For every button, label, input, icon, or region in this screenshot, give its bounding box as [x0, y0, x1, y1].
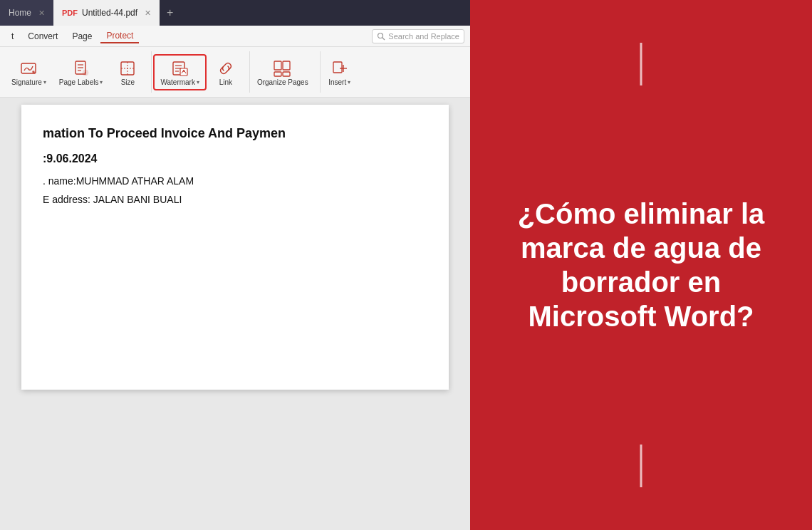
menu-item-t[interactable]: t — [6, 30, 19, 43]
pdf-editor-panel: Home ✕ PDF Untitled-44.pdf ✕ + t Convert… — [0, 0, 470, 530]
page-labels-button[interactable]: 1 Page Labels ▾ — [53, 56, 109, 89]
menu-item-convert[interactable]: Convert — [22, 30, 63, 43]
search-bar[interactable]: Search and Replace — [372, 29, 464, 43]
menu-item-page[interactable]: Page — [66, 30, 98, 43]
svg-rect-22 — [283, 72, 290, 76]
insert-dropdown-arrow: ▾ — [348, 79, 350, 85]
signature-icon — [19, 58, 38, 78]
tab-pdf-close[interactable]: ✕ — [145, 9, 151, 18]
page-labels-dropdown-arrow: ▾ — [100, 79, 103, 85]
signature-button[interactable]: Signature ▾ — [6, 56, 52, 89]
svg-rect-21 — [274, 72, 281, 76]
organize-pages-button[interactable]: Organize Pages — [251, 56, 314, 89]
organize-pages-icon — [273, 58, 293, 78]
tab-bar: Home ✕ PDF Untitled-44.pdf ✕ + — [0, 0, 470, 26]
pdf-date: :9.06.2024 — [43, 152, 427, 165]
watermark-icon — [170, 58, 190, 78]
toolbar-buttons: Signature ▾ 1 Page Labels ▾ — [0, 47, 470, 97]
svg-rect-20 — [283, 61, 290, 70]
svg-point-18 — [183, 71, 184, 72]
signature-dropdown-arrow: ▾ — [43, 79, 46, 85]
watermark-dropdown-arrow: ▾ — [197, 79, 199, 85]
organize-pages-label: Organize Pages — [257, 78, 308, 86]
signature-label: Signature ▾ — [11, 78, 46, 86]
size-label: Size — [121, 78, 135, 86]
size-button[interactable]: Size — [110, 56, 145, 89]
search-placeholder: Search and Replace — [388, 32, 459, 41]
insert-icon — [330, 58, 350, 78]
tab-pdf[interactable]: PDF Untitled-44.pdf ✕ — [53, 0, 160, 26]
tab-pdf-label: Untitled-44.pdf — [82, 8, 137, 18]
divider-top — [640, 43, 642, 85]
divider-bottom — [640, 445, 642, 487]
tab-home[interactable]: Home ✕ — [0, 0, 53, 26]
watermark-label: Watermark ▾ — [160, 78, 199, 86]
search-icon — [377, 32, 385, 41]
pdf-title: mation To Proceed Invoice And Paymen — [43, 126, 427, 141]
page-labels-label: Page Labels ▾ — [59, 78, 103, 86]
svg-rect-23 — [333, 62, 342, 73]
link-label: Link — [219, 78, 232, 86]
toolbar-menu: t Convert Page Protect Search and Replac… — [0, 26, 470, 47]
tab-home-label: Home — [9, 8, 31, 18]
pdf-address: E address: JALAN BANI BUALI — [43, 194, 427, 205]
right-panel: ¿Cómo eliminar la marca de agua de borra… — [470, 0, 812, 530]
link-icon — [216, 58, 236, 78]
pdf-name: . name:MUHMMAD ATHAR ALAM — [43, 175, 427, 187]
watermark-button[interactable]: Watermark ▾ — [153, 54, 207, 90]
tab-add-icon: + — [167, 6, 173, 19]
link-button[interactable]: Link — [208, 56, 244, 89]
menu-item-protect[interactable]: Protect — [100, 29, 139, 43]
svg-point-0 — [378, 33, 383, 38]
svg-line-1 — [382, 37, 385, 40]
svg-rect-19 — [274, 61, 281, 70]
toolbar-group-3: Organize Pages — [251, 51, 321, 93]
pdf-page: mation To Proceed Invoice And Paymen :9.… — [21, 105, 449, 390]
pdf-icon: PDF — [62, 9, 78, 17]
article-title: ¿Cómo eliminar la marca de agua de borra… — [499, 197, 784, 333]
pdf-content-area: mation To Proceed Invoice And Paymen :9.… — [0, 98, 470, 530]
toolbar-group-1: Signature ▾ 1 Page Labels ▾ — [6, 51, 152, 93]
page-labels-icon: 1 — [71, 58, 91, 78]
toolbar-group-4: Insert ▾ — [322, 51, 363, 93]
insert-button[interactable]: Insert ▾ — [322, 56, 358, 89]
toolbar: t Convert Page Protect Search and Replac… — [0, 26, 470, 98]
tab-add-button[interactable]: + — [160, 0, 180, 26]
tab-home-close[interactable]: ✕ — [38, 9, 45, 18]
size-icon — [118, 58, 137, 78]
toolbar-group-2: Watermark ▾ Link — [153, 51, 250, 93]
insert-label: Insert ▾ — [328, 78, 350, 86]
